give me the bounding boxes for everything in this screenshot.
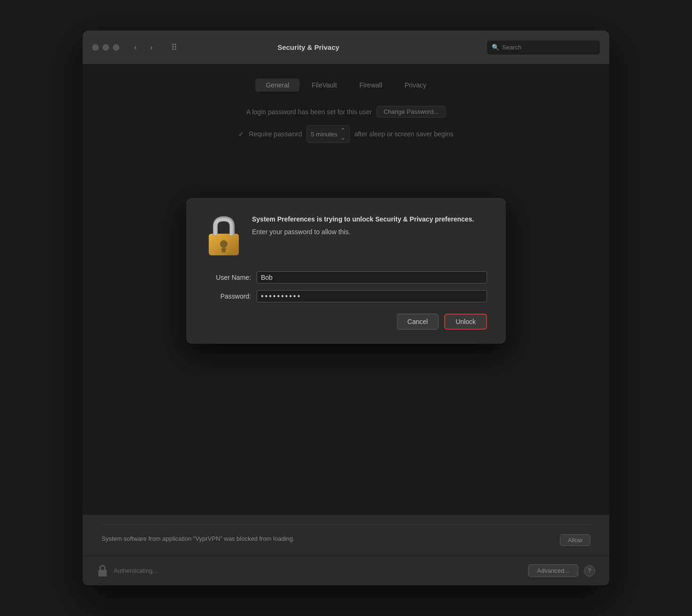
allow-section: System software from application “VyprVP…	[102, 524, 590, 555]
dialog-overlay: System Preferences is trying to unlock S…	[83, 64, 609, 515]
username-label: User Name:	[205, 274, 257, 281]
dialog-text: System Preferences is trying to unlock S…	[252, 215, 487, 257]
dialog-subtitle: Enter your password to allow this.	[252, 228, 487, 236]
help-button[interactable]: ?	[584, 565, 595, 577]
cancel-button[interactable]: Cancel	[397, 314, 439, 330]
password-row-dialog: Password:	[205, 290, 487, 302]
minimize-button[interactable]	[102, 44, 109, 51]
search-bar[interactable]: 🔍	[487, 40, 600, 55]
svg-point-2	[220, 240, 228, 248]
auth-text: Authenticating...	[114, 567, 522, 574]
search-icon: 🔍	[492, 44, 499, 51]
lock-footer-icon	[97, 564, 108, 577]
bottom-section: System software from application “VyprVP…	[83, 524, 609, 555]
window-title: Security & Privacy	[130, 43, 487, 51]
allow-button[interactable]: Allow	[560, 534, 590, 546]
lock-icon	[205, 215, 243, 257]
password-input[interactable]	[257, 290, 487, 302]
dialog-buttons: Cancel Unlock	[205, 314, 487, 330]
maximize-button[interactable]	[113, 44, 119, 51]
footer: Authenticating... Advanced... ?	[83, 555, 609, 585]
svg-rect-5	[98, 570, 107, 577]
dialog-header: System Preferences is trying to unlock S…	[205, 215, 487, 257]
password-label: Password:	[205, 292, 257, 300]
dialog-title: System Preferences is trying to unlock S…	[252, 215, 487, 224]
auth-dialog: System Preferences is trying to unlock S…	[186, 198, 506, 344]
advanced-button[interactable]: Advanced...	[528, 564, 578, 577]
traffic-lights	[92, 44, 119, 51]
main-window: ‹ › ⠿ Security & Privacy 🔍 General FileV…	[83, 31, 609, 585]
username-input[interactable]	[257, 271, 487, 284]
main-content: General FileVault Firewall Privacy A log…	[83, 64, 609, 515]
unlock-button[interactable]: Unlock	[444, 314, 487, 330]
close-button[interactable]	[92, 44, 99, 51]
allow-text: System software from application “VyprVP…	[102, 534, 295, 544]
svg-rect-4	[222, 250, 226, 253]
username-row: User Name:	[205, 271, 487, 284]
search-input[interactable]	[502, 44, 595, 51]
titlebar: ‹ › ⠿ Security & Privacy 🔍	[83, 31, 609, 64]
